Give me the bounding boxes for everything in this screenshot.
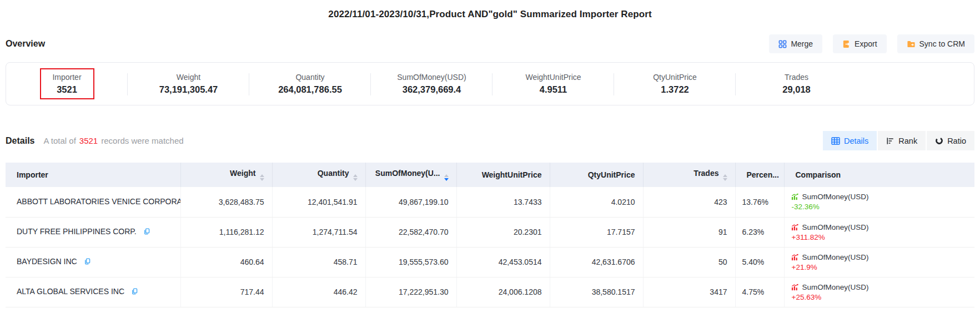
stat-value: 73,191,305.47: [159, 84, 218, 95]
comparison-metric-line: SumOfMoney(USD): [791, 253, 967, 261]
sort-carets-icon[interactable]: [353, 174, 358, 181]
merge-button[interactable]: Merge: [769, 34, 822, 53]
importer-name: BAYDESIGN INC: [17, 257, 77, 266]
weight-unit-price-cell: 13.7433: [456, 187, 550, 217]
comparison-metric-label: SumOfMoney(USD): [802, 253, 869, 261]
trend-chart-icon: [791, 284, 799, 291]
qty-unit-price-cell: 4.0210: [550, 187, 643, 217]
weight-unit-price-cell: 20.2301: [456, 217, 550, 247]
quantity-cell: 446.42: [272, 277, 365, 307]
column-header-weightunitprice: WeightUnitPrice: [456, 163, 550, 187]
rank-bars-icon: [886, 137, 894, 145]
stat-label: SumOfMoney(USD): [397, 73, 466, 82]
tab-details-label: Details: [844, 137, 868, 145]
table-row[interactable]: BAYDESIGN INC 460.64 458.71 19,555,573.6…: [6, 247, 974, 277]
overview-stat-weightunitprice: WeightUnitPrice 4.9511: [492, 63, 614, 105]
sum-of-money-cell: 19,555,573.60: [365, 247, 456, 277]
trend-chart-icon: [791, 224, 799, 231]
column-header-percen-: Percen...: [735, 163, 784, 187]
page-title: 2022/11/01-2023/10/31,Product AND"gold" …: [328, 9, 651, 19]
stat-label: Importer: [52, 73, 81, 82]
tab-details[interactable]: Details: [823, 131, 877, 150]
sort-carets-icon[interactable]: [444, 174, 449, 181]
comparison-metric-line: SumOfMoney(USD): [791, 283, 967, 291]
table-row[interactable]: ALTA GLOBAL SERVICES INC 717.44 446.42 1…: [6, 277, 974, 307]
comparison-cell: SumOfMoney(USD) +21.9%: [784, 247, 974, 277]
overview-stat-quantity: Quantity 264,081,786.55: [249, 63, 371, 105]
quantity-cell: 458.71: [272, 247, 365, 277]
action-buttons: Merge Export Sync to CRM: [769, 34, 974, 53]
importer-name: ALTA GLOBAL SERVICES INC: [17, 287, 124, 296]
copy-icon[interactable]: [143, 228, 150, 237]
overview-heading: Overview: [6, 39, 45, 49]
sum-of-money-cell: 17,222,951.30: [365, 277, 456, 307]
tab-rank-label: Rank: [898, 137, 917, 145]
overview-stat-qtyunitprice: QtyUnitPrice 1.3722: [614, 63, 736, 105]
comparison-change-value: +25.63%: [792, 293, 967, 301]
percent-cell: 6.23%: [735, 217, 784, 247]
stat-label: QtyUnitPrice: [653, 73, 697, 82]
overview-stat-trades: Trades 29,018: [736, 63, 857, 105]
tab-ratio-label: Ratio: [947, 137, 966, 145]
export-button-label: Export: [855, 39, 877, 48]
records-summary: A total of3521records were matched: [43, 136, 183, 145]
percent-cell: 5.40%: [735, 247, 784, 277]
stat-label: Weight: [177, 73, 200, 82]
stat-value: 3521: [57, 84, 77, 95]
weight-cell: 3,628,483.75: [180, 187, 272, 217]
qty-unit-price-cell: 42,631.6706: [550, 247, 643, 277]
overview-header-row: Overview Merge Export: [6, 34, 974, 53]
summary-prefix: A total of: [43, 136, 76, 145]
quantity-cell: 1,274,711.54: [272, 217, 365, 247]
comparison-cell: SumOfMoney(USD) -32.36%: [784, 187, 974, 217]
importer-cell: ABBOTT LABORATORIES VENICE CORPORAT...: [6, 187, 180, 217]
table-row[interactable]: DUTY FREE PHILIPPINES CORP. 1,116,281.12…: [6, 217, 974, 247]
importer-cell: BAYDESIGN INC: [6, 247, 180, 277]
trades-cell: 3417: [643, 277, 735, 307]
trend-chart-icon: [791, 254, 799, 261]
percent-cell: 4.75%: [735, 277, 784, 307]
importer-cell: ALTA GLOBAL SERVICES INC: [6, 277, 180, 307]
weight-cell: 460.64: [180, 247, 272, 277]
column-header-quantity[interactable]: Quantity: [272, 163, 365, 187]
column-header-comparison: Comparison: [784, 163, 974, 187]
column-header-trades[interactable]: Trades: [643, 163, 735, 187]
quantity-cell: 12,401,541.91: [272, 187, 365, 217]
weight-cell: 1,116,281.12: [180, 217, 272, 247]
table-grid-icon: [831, 137, 840, 145]
stat-label: Trades: [785, 73, 808, 82]
title-bar: 2022/11/01-2023/10/31,Product AND"gold" …: [6, 0, 974, 20]
overview-stat-sumofmoney-usd-: SumOfMoney(USD) 362,379,669.4: [371, 63, 492, 105]
table-header-row: ImporterWeightQuantitySumOfMoney(U...Wei…: [6, 163, 974, 187]
percent-cell: 13.76%: [735, 187, 784, 217]
tab-ratio[interactable]: Ratio: [927, 131, 974, 150]
table-row[interactable]: ABBOTT LABORATORIES VENICE CORPORAT... 3…: [6, 187, 974, 217]
copy-icon[interactable]: [84, 258, 91, 267]
sort-carets-icon[interactable]: [723, 174, 727, 181]
export-button[interactable]: Export: [833, 34, 886, 53]
comparison-metric-label: SumOfMoney(USD): [802, 283, 869, 291]
view-tabs: Details Rank: [823, 131, 974, 150]
weight-cell: 717.44: [180, 277, 272, 307]
column-header-weight[interactable]: Weight: [180, 163, 272, 187]
overview-stat-weight: Weight 73,191,305.47: [128, 63, 249, 105]
sync-to-crm-button-label: Sync to CRM: [919, 39, 965, 48]
stat-value: 264,081,786.55: [278, 84, 342, 95]
comparison-metric-line: SumOfMoney(USD): [791, 223, 967, 231]
stat-label: Quantity: [295, 73, 324, 82]
overview-stat-importer: Importer 3521: [6, 63, 128, 105]
summary-suffix: records were matched: [101, 136, 183, 145]
importer-name: ABBOTT LABORATORIES VENICE CORPORAT...: [17, 197, 180, 206]
stat-value: 362,379,669.4: [403, 84, 461, 95]
copy-icon[interactable]: [131, 287, 138, 297]
sort-carets-icon[interactable]: [260, 174, 264, 181]
tab-rank[interactable]: Rank: [878, 131, 926, 150]
sum-of-money-cell: 49,867,199.10: [365, 187, 456, 217]
trades-cell: 423: [643, 187, 735, 217]
export-icon: [842, 40, 851, 48]
stat-value: 29,018: [782, 84, 810, 95]
column-header-importer: Importer: [6, 163, 180, 187]
sync-to-crm-button[interactable]: Sync to CRM: [897, 34, 974, 53]
comparison-metric-line: SumOfMoney(USD): [791, 193, 967, 201]
column-header-sumofmoney-u-[interactable]: SumOfMoney(U...: [365, 163, 456, 187]
